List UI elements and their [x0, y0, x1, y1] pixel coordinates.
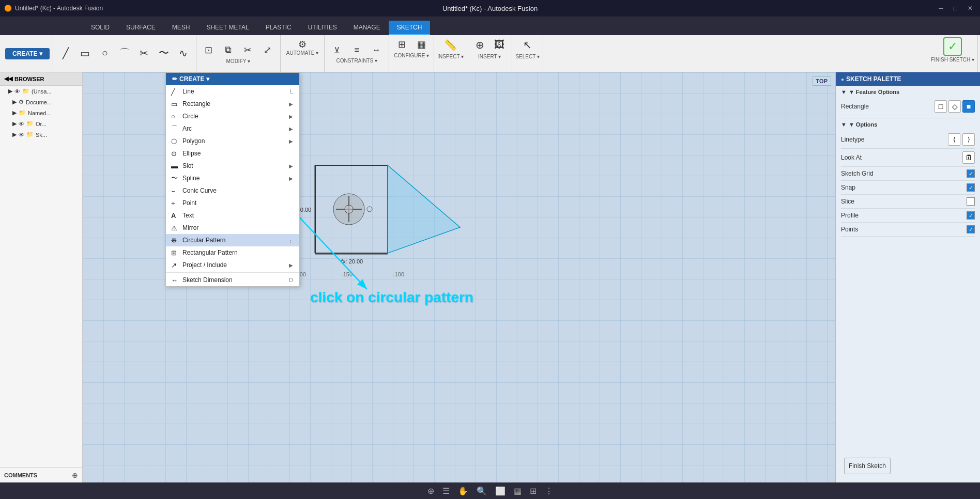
window-name: Untitled* (Kc) - Autodesk Fusion — [442, 5, 538, 12]
menu-item-line[interactable]: ╱ Line L — [166, 85, 299, 98]
close-icon[interactable]: ✕ — [964, 5, 976, 12]
select-btn[interactable]: ↖ — [518, 37, 537, 53]
zoom-icon[interactable]: 🔍 — [477, 486, 487, 496]
dropdown-title: CREATE ▾ — [179, 75, 209, 83]
eye3-icon[interactable]: 👁 — [19, 132, 24, 138]
menu-item-slot[interactable]: ▬ Slot ▶ — [166, 160, 299, 172]
grid-configure-icon: ⊞ — [398, 39, 406, 50]
configure-icon2[interactable]: ▦ — [412, 37, 431, 52]
maximize-icon[interactable]: □ — [951, 5, 960, 12]
points-checkbox[interactable]: ✓ — [967, 225, 975, 233]
menu-item-rectangle[interactable]: ▭ Rectangle ▶ — [166, 98, 299, 110]
sketch-grid-checkbox[interactable]: ✓ — [967, 169, 975, 178]
tab-sketch[interactable]: SKETCH — [389, 21, 431, 35]
grid-status-icon[interactable]: ☰ — [442, 486, 450, 496]
insert-btn2[interactable]: 🖼 — [490, 37, 509, 53]
browser-item-sketch[interactable]: ▶ 👁 📁 Sk... — [0, 129, 82, 140]
circle-tool-btn[interactable]: ○ — [96, 45, 114, 61]
slot-menu-icon: ▬ — [171, 162, 178, 170]
constraint-icon2[interactable]: ≡ — [347, 44, 366, 57]
display-mode-icon[interactable]: ▦ — [514, 486, 522, 496]
modify-icon1[interactable]: ⊡ — [200, 43, 218, 57]
dimension-btn[interactable]: ↔ — [367, 44, 386, 57]
eye2-icon[interactable]: 👁 — [19, 121, 24, 127]
menu-item-dimension[interactable]: ↔ Sketch Dimension D — [166, 274, 299, 286]
options-expand-icon[interactable]: ▼ — [841, 121, 847, 128]
menu-item-conic[interactable]: ⌣ Conic Curve — [166, 184, 299, 197]
orbit-icon[interactable]: ⊕ — [427, 486, 434, 496]
browser-item-origin[interactable]: ▶ 👁 📁 Or... — [0, 118, 82, 129]
arc-tool-btn[interactable]: ⌒ — [115, 44, 134, 63]
tab-sheet-metal[interactable]: SHEET METAL — [198, 21, 257, 35]
rect-btn-filled[interactable]: ■ — [962, 100, 975, 113]
finish-sketch-label: FINISH SKETCH ▾ — [931, 56, 974, 63]
linetype-btn2[interactable]: ⟩ — [962, 133, 975, 146]
menu-item-project[interactable]: ↗ Project / Include ▶ — [166, 259, 299, 271]
tab-manage[interactable]: MANAGE — [345, 21, 389, 35]
polygon-label: Polygon — [182, 137, 205, 145]
browser-item-document[interactable]: ▶ ⚙ Docume... — [0, 97, 82, 107]
linetype-btn1[interactable]: ⟨ — [948, 133, 960, 146]
window-select-icon[interactable]: ⬜ — [495, 486, 506, 496]
snap-checkbox[interactable]: ✓ — [967, 183, 975, 192]
sketch-folder-icon: 📁 — [26, 131, 34, 138]
finish-sketch-btn[interactable]: ✓ — [943, 37, 962, 56]
ellipse-menu-icon: ⊙ — [171, 150, 177, 158]
menu-item-circular[interactable]: ❋ Circular Pattern ⋮ — [166, 234, 299, 246]
menu-item-text[interactable]: A Text — [166, 209, 299, 222]
insert-btn1[interactable]: ⊕ — [470, 37, 489, 53]
pan-icon[interactable]: ✋ — [458, 486, 468, 496]
inspect-btn[interactable]: 📏 — [441, 37, 460, 53]
automate-btn[interactable]: ⚙ AUTOMATE ▾ — [284, 37, 321, 57]
display-settings-icon[interactable]: ⊞ — [530, 486, 537, 496]
svg-text:fx: 20.00: fx: 20.00 — [341, 258, 363, 264]
eye-icon[interactable]: 👁 — [14, 88, 20, 95]
modify-icon2[interactable]: ⧉ — [219, 43, 238, 57]
more-status-icon[interactable]: ⋮ — [545, 486, 553, 496]
tab-surface[interactable]: SURFACE — [118, 21, 164, 35]
inspect-group: 📏 INSPECT ▾ — [434, 35, 467, 72]
scissors-tool-btn[interactable]: ✂ — [135, 45, 154, 62]
browser-item-root[interactable]: ▶ 👁 📁 (Unsa... — [0, 86, 82, 97]
slice-checkbox[interactable] — [967, 197, 975, 206]
configure-icon1[interactable]: ⊞ — [392, 37, 411, 52]
spline-tool-btn[interactable]: 〜 — [155, 44, 173, 63]
tab-utilities[interactable]: UTILITIES — [300, 21, 345, 35]
rect-btn-corner[interactable]: □ — [935, 100, 947, 113]
create-dropdown-btn[interactable]: CREATE ▾ — [5, 48, 50, 59]
menu-item-ellipse[interactable]: ⊙ Ellipse — [166, 147, 299, 160]
rect-btn-diamond[interactable]: ◇ — [948, 100, 961, 113]
modify-icon3[interactable]: ✂ — [239, 43, 257, 57]
back-icon[interactable]: ◀◀ — [4, 75, 12, 82]
constraint-icon1[interactable]: ⊻ — [328, 44, 346, 57]
canvas-area[interactable]: TOP fx: 50.00 fx: 20.00 -250 -200 -15 — [83, 72, 835, 482]
ribbon-tabs: SOLID SURFACE MESH SHEET METAL PLASTIC U… — [0, 17, 980, 35]
feature-expand-icon[interactable]: ▼ — [841, 89, 847, 95]
comments-add-icon[interactable]: ⊕ — [72, 471, 78, 479]
rect-tool-btn[interactable]: ▭ — [76, 45, 95, 62]
browser-item-named[interactable]: ▶ 📁 Named... — [0, 107, 82, 118]
menu-item-point[interactable]: + Point — [166, 197, 299, 209]
tab-plastic[interactable]: PLASTIC — [257, 21, 300, 35]
menu-item-polygon[interactable]: ⬡ Polygon ▶ — [166, 135, 299, 147]
settings-icon[interactable]: ⚙ — [19, 99, 24, 105]
line-tool-btn[interactable]: ╱ — [56, 45, 75, 62]
tab-mesh[interactable]: MESH — [164, 21, 198, 35]
finish-sketch-palette-btn[interactable]: Finish Sketch — [844, 458, 891, 474]
ellipse-label: Ellipse — [182, 150, 201, 157]
menu-item-spline[interactable]: 〜 Spline ▶ — [166, 172, 299, 184]
minimize-icon[interactable]: ─ — [936, 5, 946, 12]
sketch-grid-label: Sketch Grid — [841, 170, 967, 177]
line-label: Line — [182, 88, 194, 95]
constraints-label: CONSTRAINTS ▾ — [336, 57, 377, 64]
profile-checkbox[interactable]: ✓ — [967, 211, 975, 220]
menu-item-mirror[interactable]: ⚠ Mirror — [166, 222, 299, 234]
menu-item-circle[interactable]: ○ Circle ▶ — [166, 110, 299, 122]
wave-tool-btn[interactable]: ∿ — [174, 45, 193, 62]
text-label: Text — [182, 212, 194, 219]
tab-solid[interactable]: SOLID — [83, 21, 118, 35]
menu-item-arc[interactable]: ⌒ Arc ▶ — [166, 122, 299, 135]
modify-icon4[interactable]: ⤢ — [258, 43, 277, 57]
menu-item-rectangular[interactable]: ⊞ Rectangular Pattern — [166, 246, 299, 259]
look-at-btn[interactable]: 🗓 — [962, 151, 975, 164]
